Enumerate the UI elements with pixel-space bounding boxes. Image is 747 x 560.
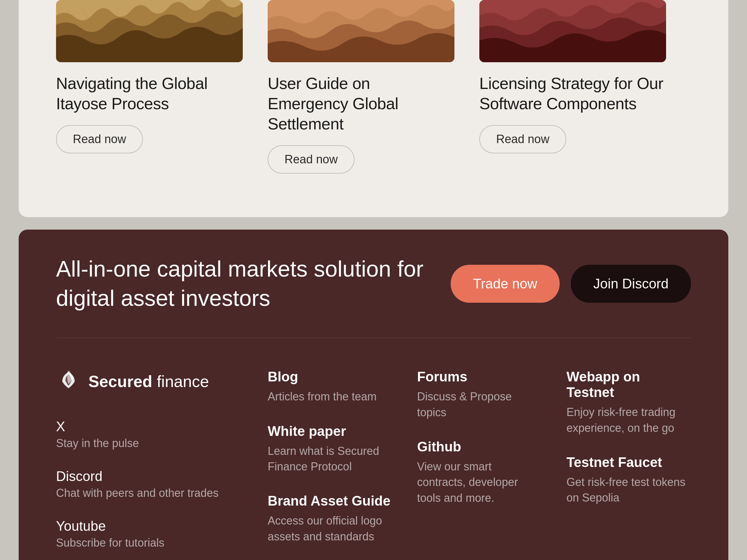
footer-links: Blog Articles from the team White paper … bbox=[268, 369, 691, 550]
footer-link-whitepaper: White paper Learn what is Secured Financ… bbox=[268, 423, 392, 475]
blog-title[interactable]: Blog bbox=[268, 369, 392, 384]
webapp-testnet-title[interactable]: Webapp on Testnet bbox=[566, 369, 691, 400]
social-discord-desc: Chat with peers and other trades bbox=[56, 486, 268, 500]
forums-desc: Discuss & Propose topics bbox=[417, 389, 542, 420]
brand-asset-title[interactable]: Brand Asset Guide bbox=[268, 493, 392, 509]
cta-buttons: Trade now Join Discord bbox=[451, 265, 691, 303]
social-link-x: X Stay in the pulse bbox=[56, 419, 268, 450]
card-2-title: User Guide on Emergency Global Settlemen… bbox=[268, 74, 455, 134]
secured-finance-logo-icon bbox=[56, 369, 81, 394]
whitepaper-desc: Learn what is Secured Finance Protocol bbox=[268, 443, 392, 475]
cards-container: Navigating the Global Itayose Process Re… bbox=[56, 0, 691, 174]
footer-brand: Secured finance X Stay in the pulse Disc… bbox=[56, 369, 268, 550]
forums-title[interactable]: Forums bbox=[417, 369, 542, 384]
whitepaper-title[interactable]: White paper bbox=[268, 423, 392, 439]
footer-col-2: Forums Discuss & Propose topics Github V… bbox=[417, 369, 542, 550]
join-discord-button[interactable]: Join Discord bbox=[571, 265, 691, 303]
brand-logo: Secured finance bbox=[56, 369, 268, 394]
footer-content: Secured finance X Stay in the pulse Disc… bbox=[56, 369, 691, 550]
card-1-title: Navigating the Global Itayose Process bbox=[56, 74, 243, 114]
footer-link-forums: Forums Discuss & Propose topics bbox=[417, 369, 542, 420]
cta-banner: All-in-one capital markets solution for … bbox=[56, 255, 691, 338]
brand-name-text: Secured finance bbox=[88, 372, 209, 391]
card-2: User Guide on Emergency Global Settlemen… bbox=[268, 0, 455, 174]
page-wrapper: Navigating the Global Itayose Process Re… bbox=[0, 0, 747, 560]
card-image-2 bbox=[268, 0, 455, 62]
social-discord-title[interactable]: Discord bbox=[56, 469, 268, 484]
card-3-title: Licensing Strategy for Our Software Comp… bbox=[479, 74, 666, 114]
github-desc: View our smart contracts, developer tool… bbox=[417, 459, 542, 506]
testnet-faucet-desc: Get risk-free test tokens on Sepolia bbox=[566, 475, 691, 506]
social-link-discord: Discord Chat with peers and other trades bbox=[56, 469, 268, 500]
cta-text: All-in-one capital markets solution for … bbox=[56, 255, 430, 313]
footer-link-blog: Blog Articles from the team bbox=[268, 369, 392, 404]
social-x-title[interactable]: X bbox=[56, 419, 268, 434]
card-3-read-now-button[interactable]: Read now bbox=[479, 125, 566, 153]
social-x-desc: Stay in the pulse bbox=[56, 437, 268, 450]
footer-link-brand-asset: Brand Asset Guide Access our official lo… bbox=[268, 493, 392, 544]
card-image-3 bbox=[479, 0, 666, 62]
card-2-read-now-button[interactable]: Read now bbox=[268, 145, 355, 174]
blog-desc: Articles from the team bbox=[268, 389, 392, 404]
social-youtube-title[interactable]: Youtube bbox=[56, 518, 268, 534]
footer-link-github: Github View our smart contracts, develop… bbox=[417, 439, 542, 506]
social-youtube-desc: Subscribe for tutorials bbox=[56, 536, 268, 550]
social-link-youtube: Youtube Subscribe for tutorials bbox=[56, 518, 268, 550]
footer-link-webapp-testnet: Webapp on Testnet Enjoy risk-free tradin… bbox=[566, 369, 691, 436]
card-image-1 bbox=[56, 0, 243, 62]
footer-col-3: Webapp on Testnet Enjoy risk-free tradin… bbox=[566, 369, 691, 550]
trade-now-button[interactable]: Trade now bbox=[451, 265, 560, 303]
card-1: Navigating the Global Itayose Process Re… bbox=[56, 0, 243, 174]
testnet-faucet-title[interactable]: Testnet Faucet bbox=[566, 455, 691, 470]
card-3: Licensing Strategy for Our Software Comp… bbox=[479, 0, 666, 174]
webapp-testnet-desc: Enjoy risk-free trading experience, on t… bbox=[566, 404, 691, 436]
footer-col-1: Blog Articles from the team White paper … bbox=[268, 369, 392, 550]
footer-link-testnet-faucet: Testnet Faucet Get risk-free test tokens… bbox=[566, 455, 691, 506]
card-1-read-now-button[interactable]: Read now bbox=[56, 125, 143, 153]
footer-section: All-in-one capital markets solution for … bbox=[19, 230, 728, 560]
brand-asset-desc: Access our official logo assets and stan… bbox=[268, 513, 392, 544]
social-links: X Stay in the pulse Discord Chat with pe… bbox=[56, 419, 268, 550]
cards-section: Navigating the Global Itayose Process Re… bbox=[19, 0, 728, 217]
github-title[interactable]: Github bbox=[417, 439, 542, 455]
